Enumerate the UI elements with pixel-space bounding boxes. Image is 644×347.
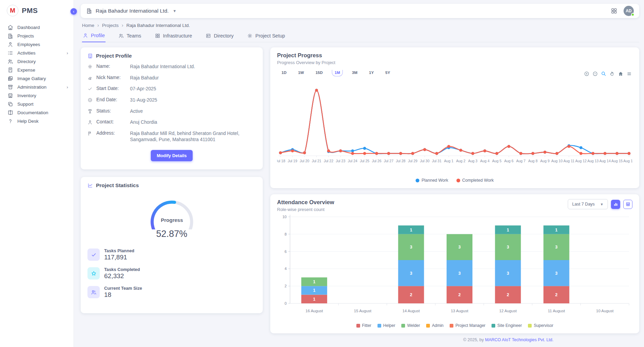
tab-bar: Profile Teams Infrastructure Directory P…	[81, 30, 639, 42]
legend-planned-work[interactable]: Planned Work	[416, 178, 448, 183]
legend-helper[interactable]: Helper	[377, 323, 395, 328]
sidebar-item-directory[interactable]: Directory	[0, 57, 74, 66]
zoom-in-icon[interactable]	[584, 71, 589, 76]
legend-site-engineer[interactable]: Site Engineer	[492, 323, 522, 328]
project-statistics-card: Project Statistics Progress 52.87%	[81, 177, 263, 313]
breadcrumb: Home › Projects › Raja Bahadur Internati…	[82, 22, 638, 28]
zoom-out-icon[interactable]	[593, 71, 598, 76]
legend-swatch	[377, 324, 381, 328]
reset-home-icon[interactable]	[618, 71, 623, 76]
tab-teams[interactable]: Teams	[118, 30, 142, 42]
company-selector[interactable]: Raja Bahadur International Ltd. ▼	[86, 8, 176, 14]
card-title: Project Statistics	[96, 182, 139, 188]
stat-tasks-completed: Tasks Completed 62,332	[87, 267, 256, 280]
sidebar-item-inventory[interactable]: Inventory	[0, 91, 74, 100]
svg-text:3: 3	[555, 245, 558, 250]
attendance-bar-chart[interactable]: 024681016 August11115 August14 August233…	[277, 212, 632, 320]
field-nick-name: Nick Name: Raja Bahadur	[87, 75, 256, 81]
sidebar-item-documentation[interactable]: Documentation	[0, 108, 74, 117]
home-icon	[7, 25, 13, 30]
id-card-icon	[206, 33, 211, 39]
sidebar-collapse-button[interactable]: ‹	[70, 8, 77, 15]
sidebar-item-dashboard[interactable]: Dashboard	[0, 23, 74, 32]
menu-icon[interactable]	[627, 71, 632, 76]
chevron-down-icon: ▼	[173, 9, 177, 13]
users-icon	[118, 33, 124, 39]
legend-fitter[interactable]: Fitter	[356, 323, 371, 328]
grid-icon	[155, 33, 160, 39]
legend-admin[interactable]: Admin	[426, 323, 444, 328]
flag-icon	[87, 131, 93, 136]
range-15d[interactable]: 15D	[313, 70, 325, 76]
legend-welder[interactable]: Welder	[401, 323, 420, 328]
range-1m[interactable]: 1M	[332, 70, 343, 76]
building-icon	[86, 8, 92, 14]
svg-text:Aug 4: Aug 4	[480, 159, 490, 163]
trophy-icon	[87, 109, 93, 114]
building-icon	[7, 33, 13, 39]
range-1w[interactable]: 1W	[296, 70, 306, 76]
svg-text:Jul 27: Jul 27	[384, 159, 393, 163]
table-view-button[interactable]	[623, 200, 632, 209]
svg-text:1: 1	[410, 228, 412, 232]
svg-text:1: 1	[313, 288, 316, 293]
card-title: Project Progress	[277, 52, 632, 59]
sidebar-item-administration[interactable]: Administration ›	[0, 83, 74, 91]
footer-company-link[interactable]: MARCO AIoT Technologies Pvt. Ltd.	[485, 337, 553, 342]
tab-profile[interactable]: Profile	[82, 30, 106, 42]
sidebar-item-activities[interactable]: Activities ›	[0, 49, 74, 57]
svg-text:Aug 13: Aug 13	[587, 159, 598, 163]
project-progress-line-chart[interactable]: Jul 18Jul 19Jul 20Jul 21Jul 22Jul 23Jul …	[277, 76, 632, 176]
range-1d[interactable]: 1D	[279, 70, 289, 76]
date-range-select[interactable]: Last 7 Days ▼	[568, 199, 608, 209]
svg-text:2: 2	[285, 284, 287, 288]
range-3m[interactable]: 3M	[350, 70, 360, 76]
sidebar-item-image-gallery[interactable]: Image Gallary	[0, 74, 74, 83]
apps-grid-button[interactable]	[611, 7, 617, 14]
svg-text:2: 2	[458, 292, 461, 297]
svg-text:4: 4	[285, 267, 287, 271]
pan-icon[interactable]	[610, 71, 615, 76]
avatar[interactable]: AD	[624, 6, 634, 16]
app-logo[interactable]: M PMS	[0, 0, 74, 20]
svg-text:Aug 5: Aug 5	[492, 159, 502, 163]
tab-project-setup[interactable]: Project Setup	[246, 30, 286, 42]
svg-text:1: 1	[555, 228, 558, 232]
svg-text:3: 3	[410, 245, 412, 250]
table-icon	[626, 202, 630, 207]
svg-text:Jul 23: Jul 23	[336, 159, 345, 163]
chart-line-icon	[87, 183, 93, 188]
svg-text:Aug 15: Aug 15	[611, 159, 623, 163]
sidebar-item-employees[interactable]: Employees	[0, 40, 74, 49]
attendance-controls: Last 7 Days ▼	[568, 199, 632, 209]
tab-directory[interactable]: Directory	[205, 30, 234, 42]
breadcrumb-home[interactable]: Home	[82, 23, 94, 28]
sidebar-item-help-desk[interactable]: Help Desk	[0, 117, 74, 125]
legend-completed-work[interactable]: Completed Work	[456, 178, 494, 183]
sidebar-item-support[interactable]: Support	[0, 100, 74, 108]
tab-infrastructure[interactable]: Infrastructure	[154, 30, 193, 42]
svg-text:15 August: 15 August	[354, 309, 372, 313]
legend-supervisor[interactable]: Supervisor	[528, 323, 553, 328]
range-1y[interactable]: 1Y	[367, 70, 376, 76]
check-icon	[91, 252, 97, 258]
range-5y[interactable]: 5Y	[383, 70, 392, 76]
gauge-value: 52.87%	[143, 229, 201, 239]
sidebar-item-expense[interactable]: Expense	[0, 66, 74, 74]
svg-text:Jul 26: Jul 26	[372, 159, 381, 163]
selection-zoom-icon[interactable]	[601, 71, 606, 76]
breadcrumb-projects[interactable]: Projects	[102, 23, 119, 28]
apps-grid-icon	[611, 7, 617, 14]
bar-chart-view-button[interactable]	[611, 200, 620, 209]
modify-details-button[interactable]: Modify Details	[151, 150, 192, 161]
svg-text:2: 2	[507, 292, 509, 297]
svg-text:3: 3	[555, 271, 558, 276]
breadcrumb-current: Raja Bahadur International Ltd.	[126, 23, 190, 28]
building-icon	[87, 53, 93, 59]
app-name: PMS	[22, 6, 38, 15]
svg-text:12 August: 12 August	[499, 309, 517, 313]
help-icon	[7, 118, 13, 124]
sidebar-item-projects[interactable]: Projects	[0, 32, 74, 40]
online-status-dot	[631, 13, 634, 16]
legend-project-manager[interactable]: Project Manager	[450, 323, 485, 328]
